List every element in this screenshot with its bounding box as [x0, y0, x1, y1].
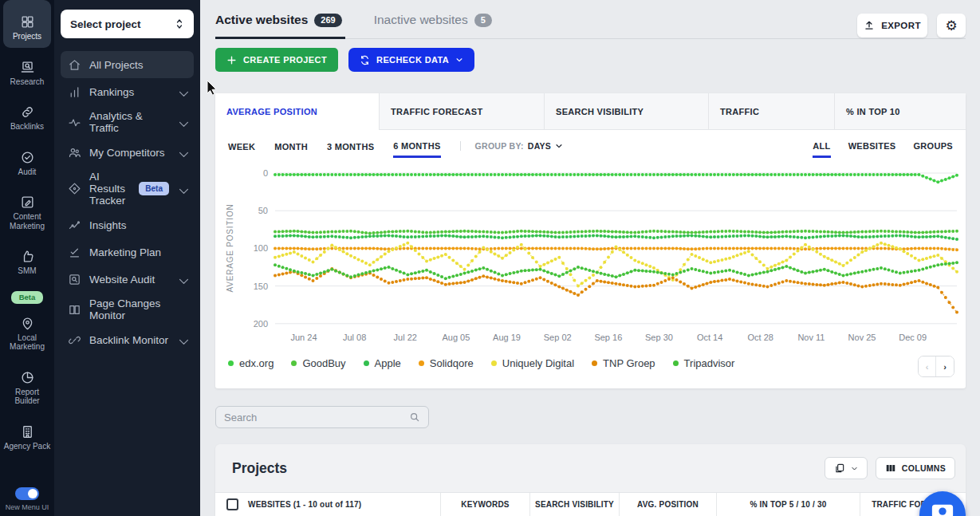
svg-text:Nov 11: Nov 11	[797, 333, 825, 342]
rail-item-backlinks[interactable]: Backlinks	[2, 98, 53, 138]
filter-groups[interactable]: GROUPS	[914, 135, 953, 158]
group-by-dropdown[interactable]: GROUP BY: DAYS	[460, 141, 564, 151]
create-project-button[interactable]: CREATE PROJECT	[215, 48, 338, 72]
panel-actions: COLUMNS	[825, 457, 955, 479]
column-header-4[interactable]: % IN TOP 5 / 10 / 30	[716, 493, 860, 516]
website-tabs: Active websites269Inactive websites5	[215, 13, 492, 27]
header-label: WEBSITES (1 - 10 out of 117)	[248, 500, 361, 509]
legend-label: Apple	[375, 357, 401, 369]
chevron-down-icon	[177, 117, 187, 127]
legend-dot	[592, 360, 597, 366]
svg-text:Jun 24: Jun 24	[290, 333, 317, 342]
search-input[interactable]	[224, 412, 409, 423]
header-label: SEARCH VISIBILITY	[535, 500, 614, 509]
chart-controls: WEEKMONTH3 MONTHS6 MONTHS GROUP BY: DAYS…	[215, 130, 966, 162]
svg-text:Oct 28: Oct 28	[748, 333, 773, 342]
chart-tab--in-top-10[interactable]: % IN TOP 10	[834, 93, 966, 130]
columns-button[interactable]: COLUMNS	[876, 457, 955, 479]
svg-text:100: 100	[254, 243, 268, 253]
refresh-icon	[360, 55, 370, 65]
sidebar-item-rankings[interactable]: Rankings	[61, 78, 194, 105]
settings-button[interactable]: ⚙	[937, 14, 966, 37]
tab-inactive-websites[interactable]: Inactive websites5	[374, 13, 492, 27]
svg-text:Aug 19: Aug 19	[493, 333, 521, 342]
column-header-0[interactable]: WEBSITES (1 - 10 out of 117)	[215, 493, 440, 516]
average-position-chart: 050100150200AVERAGE POSITIONJun 24Jul 08…	[215, 162, 966, 351]
sidebar-item-marketing-plan[interactable]: Marketing Plan	[61, 238, 194, 266]
sidebar-item-backlink-monitor[interactable]: Backlink Monitor	[61, 326, 194, 353]
rail-item-audit[interactable]: Audit	[2, 144, 53, 183]
rail-item-local-marketing[interactable]: Local Marketing	[2, 309, 53, 358]
tab-count-badge: 269	[314, 14, 341, 27]
smm-beta-badge: Beta	[11, 291, 44, 304]
legend-item-uniquely-digital[interactable]: Uniquely Digital	[491, 357, 574, 369]
rail-item-label: SMM	[18, 266, 36, 276]
sidebar-item-all-projects[interactable]: All Projects	[61, 51, 194, 78]
filter-websites[interactable]: WEBSITES	[848, 135, 896, 158]
column-header-1[interactable]: KEYWORDS	[440, 493, 529, 516]
rail-item-content-marketing[interactable]: Content Marketing	[2, 188, 53, 237]
svg-text:0: 0	[263, 168, 268, 178]
chart-tab-traffic[interactable]: TRAFFIC	[708, 93, 834, 130]
range-week[interactable]: WEEK	[228, 136, 255, 156]
rail-item-label: Content Marketing	[3, 212, 51, 230]
tab-active-websites[interactable]: Active websites269	[215, 13, 342, 27]
projects-title: Projects	[232, 460, 287, 477]
legend-item-goodbuy[interactable]: GoodBuy	[291, 357, 345, 369]
export-label: EXPORT	[881, 21, 921, 30]
rail-item-report-builder[interactable]: Report Builder	[2, 364, 53, 412]
competitors-icon	[68, 146, 81, 160]
rail-item-agency-pack[interactable]: Agency Pack	[2, 418, 53, 458]
chart-tab-traffic-forecast[interactable]: TRAFFIC FORECAST	[379, 93, 544, 130]
column-header-3[interactable]: AVG. POSITION	[619, 493, 716, 516]
new-menu-ui-toggle[interactable]	[15, 487, 39, 500]
sidebar-item-website-audit[interactable]: Website Audit	[61, 266, 194, 293]
header-label: KEYWORDS	[461, 500, 510, 509]
chevron-down-icon	[177, 274, 187, 284]
legend-item-edx-org[interactable]: edx.org	[228, 357, 274, 369]
plus-icon	[226, 55, 237, 65]
sidebar-item-ai-results-tracker[interactable]: AI Results TrackerBeta	[61, 166, 194, 211]
rail-item-research[interactable]: Research	[2, 53, 53, 93]
select-all-checkbox[interactable]	[226, 498, 238, 510]
range-6-months[interactable]: 6 MONTHS	[393, 135, 440, 158]
project-select[interactable]: Select project	[61, 10, 194, 38]
backlink-monitor-icon	[68, 333, 81, 347]
legend-item-tripadvisor[interactable]: Tripadvisor	[673, 357, 735, 369]
layout-switch-button[interactable]	[825, 457, 868, 479]
range-month[interactable]: MONTH	[274, 136, 308, 156]
chart-tab-average-position[interactable]: AVERAGE POSITION	[215, 93, 379, 130]
sidebar-item-analytics-traffic[interactable]: Analytics & Traffic	[61, 105, 194, 139]
agency-pack-icon	[20, 424, 35, 439]
column-header-2[interactable]: SEARCH VISIBILITY	[529, 493, 619, 516]
sidebar-item-my-competitors[interactable]: My Competitors	[61, 139, 194, 166]
recheck-data-button[interactable]: RECHECK DATA	[348, 48, 474, 72]
sidebar-item-insights[interactable]: Insights	[61, 211, 194, 238]
chevron-down-icon	[455, 56, 463, 64]
legend-item-solidqore[interactable]: Solidqore	[419, 357, 474, 369]
legend-dot	[673, 360, 679, 366]
local-marketing-icon	[20, 316, 35, 331]
filter-all[interactable]: ALL	[813, 135, 830, 158]
chart-metric-tabs: AVERAGE POSITIONTRAFFIC FORECASTSEARCH V…	[215, 93, 966, 130]
svg-text:Sep 16: Sep 16	[594, 333, 622, 342]
chart-tab-search-visibility[interactable]: SEARCH VISIBILITY	[544, 93, 708, 130]
rail-item-smm[interactable]: SMM	[2, 242, 53, 282]
sidebar-item-page-changes-monitor[interactable]: Page Changes Monitor	[61, 293, 194, 326]
columns-icon	[885, 463, 896, 474]
rail-item-projects[interactable]: Projects	[3, 0, 51, 48]
export-button[interactable]: EXPORT	[857, 14, 927, 37]
legend-prev-button[interactable]: ‹	[919, 356, 936, 376]
tab-count-badge: 5	[474, 14, 492, 27]
sidebar-menu: All ProjectsRankingsAnalytics & TrafficM…	[61, 51, 194, 353]
app-root: ProjectsResearchBacklinksAuditContent Ma…	[0, 0, 980, 516]
legend-item-apple[interactable]: Apple	[364, 357, 401, 369]
ai-tracker-icon	[68, 182, 81, 195]
legend-next-button[interactable]: ›	[936, 356, 954, 376]
select-arrows-icon	[175, 18, 184, 30]
legend-pager: ‹ ›	[918, 356, 954, 377]
legend-item-tnp-groep[interactable]: TNP Groep	[592, 357, 655, 369]
tabs-active-indicator	[215, 37, 345, 39]
range-3-months[interactable]: 3 MONTHS	[327, 136, 374, 156]
chevron-down-icon	[851, 465, 858, 472]
